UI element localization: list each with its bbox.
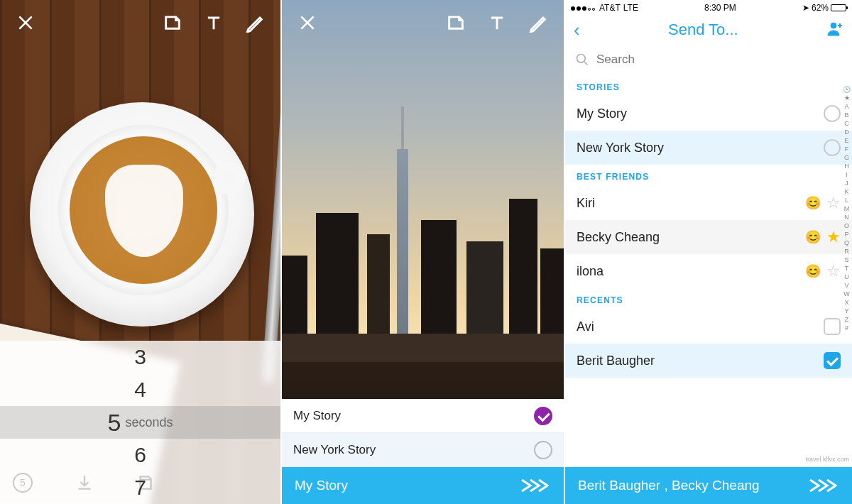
story-row-new-york[interactable]: New York Story <box>282 433 564 467</box>
add-friend-icon[interactable] <box>826 20 843 40</box>
battery-icon <box>831 4 846 11</box>
sticker-icon[interactable] <box>160 10 185 35</box>
send-bar[interactable]: My Story <box>282 467 564 504</box>
timer-icon[interactable]: 5 <box>13 473 33 493</box>
story-label: New York Story <box>293 443 376 457</box>
panel-snap-editor-timer: 5 3 4 5 seconds 6 7 <box>0 0 282 504</box>
search-input[interactable] <box>596 53 842 67</box>
close-icon[interactable] <box>13 10 38 35</box>
list-item-label: ilona <box>577 264 604 279</box>
story-row-my-story[interactable]: My Story <box>282 399 564 433</box>
send-icon[interactable] <box>807 474 839 497</box>
section-header-stories: STORIES <box>565 75 852 97</box>
star-icon[interactable]: ☆ <box>826 194 841 212</box>
close-icon[interactable] <box>295 10 320 35</box>
list-item-label: Becky Cheang <box>577 230 660 245</box>
draw-icon[interactable] <box>525 10 551 35</box>
list-item-label: My Story <box>577 106 627 121</box>
list-row-friend[interactable]: Kiri 😊☆ <box>565 186 852 220</box>
story-icon[interactable] <box>136 473 155 492</box>
list-item-label: Berit Baugher <box>577 354 655 368</box>
alpha-index-bar[interactable]: 🕓★ABCDEFGHIJKLMNOPQRSTUVWXYZ# <box>843 85 851 332</box>
section-header-recents: RECENTS <box>565 288 852 309</box>
list-row-friend[interactable]: Becky Cheang 😊★ <box>565 220 852 254</box>
navbar: ‹ Send To... <box>565 16 852 44</box>
list-row-friend[interactable]: ilona 😊☆ <box>565 254 852 288</box>
checkbox-checked[interactable] <box>824 352 841 369</box>
search-icon <box>575 53 589 67</box>
story-checkbox[interactable] <box>534 441 552 459</box>
story-checkbox[interactable] <box>534 407 552 425</box>
send-bar[interactable]: Berit Baugher , Becky Cheang <box>565 467 852 504</box>
smile-icon: 😊 <box>805 263 821 279</box>
star-icon[interactable]: ☆ <box>826 262 841 280</box>
picker-option[interactable]: 4 <box>0 373 280 406</box>
send-bar-label: My Story <box>295 478 348 493</box>
svg-point-0 <box>831 23 836 28</box>
location-icon: ➤ <box>802 3 809 13</box>
radio-unchecked[interactable] <box>824 139 841 156</box>
story-select-list: My Story New York Story <box>282 399 564 467</box>
timer-picker[interactable]: 5 3 4 5 seconds 6 7 <box>0 341 280 504</box>
battery-pct: 62% <box>812 3 829 13</box>
star-icon[interactable]: ★ <box>826 228 841 246</box>
list-item-label: Avi <box>577 319 594 334</box>
clock-label: 8:30 PM <box>704 3 736 13</box>
list-item-label: New York Story <box>577 141 664 155</box>
list-row-new-york-story[interactable]: New York Story <box>565 131 852 165</box>
checkbox-unchecked[interactable] <box>824 318 841 335</box>
status-bar: AT&T LTE 8:30 PM ➤ 62% <box>565 0 852 16</box>
story-label: My Story <box>293 409 341 423</box>
editor-bottom-icons: 5 <box>0 461 280 504</box>
section-header-best-friends: BEST FRIENDS <box>565 165 852 186</box>
list-row-my-story[interactable]: My Story <box>565 97 852 131</box>
send-icon[interactable] <box>518 474 551 497</box>
picker-option-selected[interactable]: 5 seconds <box>0 406 280 439</box>
page-title: Send To... <box>580 21 826 39</box>
list-item-label: Kiri <box>577 196 595 211</box>
signal-dots-icon <box>571 3 596 13</box>
list-row-recent[interactable]: Avi <box>565 309 852 344</box>
carrier-label: AT&T <box>599 3 621 13</box>
radio-unchecked[interactable] <box>824 105 841 122</box>
watermark: travel.kllvx.com <box>805 456 849 463</box>
draw-icon[interactable] <box>242 10 268 35</box>
back-icon[interactable]: ‹ <box>574 19 580 41</box>
svg-point-1 <box>577 55 586 63</box>
panel-send-to: AT&T LTE 8:30 PM ➤ 62% ‹ Send To... STOR… <box>565 0 852 504</box>
panel-snap-editor-story: My Story New York Story My Story <box>282 0 565 504</box>
search-bar[interactable] <box>565 44 852 75</box>
sticker-icon[interactable] <box>443 10 469 35</box>
picker-option[interactable]: 3 <box>0 341 280 373</box>
smile-icon: 😊 <box>805 229 821 245</box>
editor-topbar <box>0 0 280 45</box>
network-label: LTE <box>623 3 638 13</box>
editor-topbar <box>282 0 564 45</box>
save-icon[interactable] <box>75 473 94 492</box>
text-icon[interactable] <box>201 10 226 35</box>
list-row-recent[interactable]: Berit Baugher <box>565 344 852 378</box>
send-bar-label: Berit Baugher , Becky Cheang <box>578 478 760 493</box>
text-icon[interactable] <box>484 10 510 35</box>
smile-icon: 😊 <box>805 195 821 211</box>
